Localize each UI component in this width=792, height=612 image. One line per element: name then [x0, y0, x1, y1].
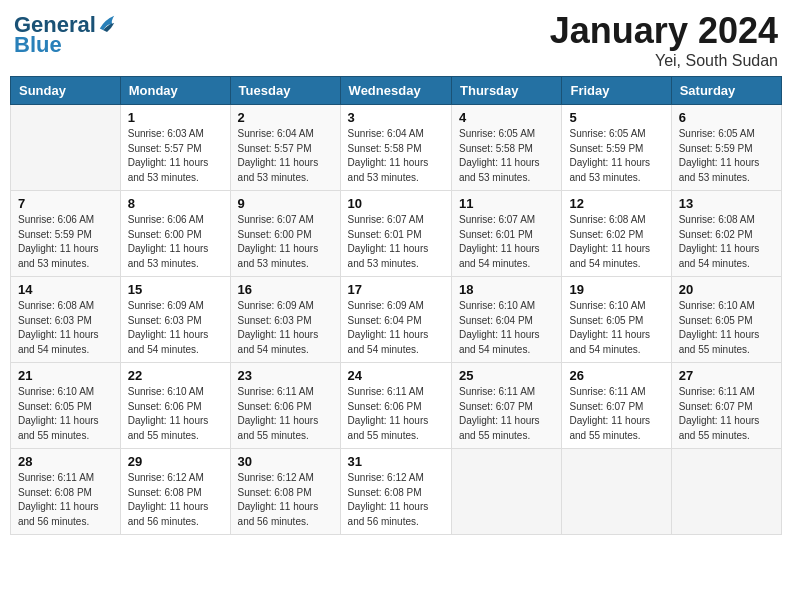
day-number: 29	[128, 454, 223, 469]
calendar-cell: 5Sunrise: 6:05 AM Sunset: 5:59 PM Daylig…	[562, 105, 671, 191]
calendar-cell: 28Sunrise: 6:11 AM Sunset: 6:08 PM Dayli…	[11, 449, 121, 535]
calendar-cell	[11, 105, 121, 191]
day-info: Sunrise: 6:08 AM Sunset: 6:02 PM Dayligh…	[679, 213, 774, 271]
calendar-cell: 30Sunrise: 6:12 AM Sunset: 6:08 PM Dayli…	[230, 449, 340, 535]
calendar-cell: 1Sunrise: 6:03 AM Sunset: 5:57 PM Daylig…	[120, 105, 230, 191]
weekday-header-sunday: Sunday	[11, 77, 121, 105]
calendar-cell	[562, 449, 671, 535]
day-info: Sunrise: 6:04 AM Sunset: 5:57 PM Dayligh…	[238, 127, 333, 185]
calendar-cell: 27Sunrise: 6:11 AM Sunset: 6:07 PM Dayli…	[671, 363, 781, 449]
day-number: 9	[238, 196, 333, 211]
calendar-cell: 10Sunrise: 6:07 AM Sunset: 6:01 PM Dayli…	[340, 191, 451, 277]
calendar-cell: 12Sunrise: 6:08 AM Sunset: 6:02 PM Dayli…	[562, 191, 671, 277]
day-info: Sunrise: 6:11 AM Sunset: 6:07 PM Dayligh…	[679, 385, 774, 443]
calendar-cell	[452, 449, 562, 535]
day-number: 28	[18, 454, 113, 469]
calendar-cell: 3Sunrise: 6:04 AM Sunset: 5:58 PM Daylig…	[340, 105, 451, 191]
weekday-header-tuesday: Tuesday	[230, 77, 340, 105]
calendar-cell: 9Sunrise: 6:07 AM Sunset: 6:00 PM Daylig…	[230, 191, 340, 277]
calendar-cell: 15Sunrise: 6:09 AM Sunset: 6:03 PM Dayli…	[120, 277, 230, 363]
day-number: 6	[679, 110, 774, 125]
logo-bird-icon	[98, 12, 116, 34]
calendar-cell: 7Sunrise: 6:06 AM Sunset: 5:59 PM Daylig…	[11, 191, 121, 277]
day-number: 10	[348, 196, 444, 211]
day-info: Sunrise: 6:12 AM Sunset: 6:08 PM Dayligh…	[128, 471, 223, 529]
day-info: Sunrise: 6:11 AM Sunset: 6:06 PM Dayligh…	[348, 385, 444, 443]
day-info: Sunrise: 6:08 AM Sunset: 6:02 PM Dayligh…	[569, 213, 663, 271]
calendar-cell: 16Sunrise: 6:09 AM Sunset: 6:03 PM Dayli…	[230, 277, 340, 363]
day-info: Sunrise: 6:04 AM Sunset: 5:58 PM Dayligh…	[348, 127, 444, 185]
day-number: 21	[18, 368, 113, 383]
weekday-header-saturday: Saturday	[671, 77, 781, 105]
calendar-cell: 13Sunrise: 6:08 AM Sunset: 6:02 PM Dayli…	[671, 191, 781, 277]
weekday-header-monday: Monday	[120, 77, 230, 105]
calendar-cell: 24Sunrise: 6:11 AM Sunset: 6:06 PM Dayli…	[340, 363, 451, 449]
day-number: 5	[569, 110, 663, 125]
day-number: 15	[128, 282, 223, 297]
day-info: Sunrise: 6:11 AM Sunset: 6:08 PM Dayligh…	[18, 471, 113, 529]
calendar-cell: 20Sunrise: 6:10 AM Sunset: 6:05 PM Dayli…	[671, 277, 781, 363]
calendar-cell: 4Sunrise: 6:05 AM Sunset: 5:58 PM Daylig…	[452, 105, 562, 191]
calendar-cell: 23Sunrise: 6:11 AM Sunset: 6:06 PM Dayli…	[230, 363, 340, 449]
calendar-cell: 8Sunrise: 6:06 AM Sunset: 6:00 PM Daylig…	[120, 191, 230, 277]
day-number: 30	[238, 454, 333, 469]
day-info: Sunrise: 6:11 AM Sunset: 6:07 PM Dayligh…	[569, 385, 663, 443]
day-number: 23	[238, 368, 333, 383]
day-info: Sunrise: 6:11 AM Sunset: 6:07 PM Dayligh…	[459, 385, 554, 443]
location-subtitle: Yei, South Sudan	[550, 52, 778, 70]
calendar-cell: 29Sunrise: 6:12 AM Sunset: 6:08 PM Dayli…	[120, 449, 230, 535]
week-row-4: 21Sunrise: 6:10 AM Sunset: 6:05 PM Dayli…	[11, 363, 782, 449]
weekday-header-friday: Friday	[562, 77, 671, 105]
day-number: 26	[569, 368, 663, 383]
day-info: Sunrise: 6:10 AM Sunset: 6:05 PM Dayligh…	[18, 385, 113, 443]
day-number: 11	[459, 196, 554, 211]
calendar-cell: 11Sunrise: 6:07 AM Sunset: 6:01 PM Dayli…	[452, 191, 562, 277]
calendar-cell: 26Sunrise: 6:11 AM Sunset: 6:07 PM Dayli…	[562, 363, 671, 449]
day-number: 25	[459, 368, 554, 383]
day-info: Sunrise: 6:09 AM Sunset: 6:03 PM Dayligh…	[128, 299, 223, 357]
day-info: Sunrise: 6:10 AM Sunset: 6:05 PM Dayligh…	[569, 299, 663, 357]
day-info: Sunrise: 6:09 AM Sunset: 6:03 PM Dayligh…	[238, 299, 333, 357]
day-info: Sunrise: 6:05 AM Sunset: 5:59 PM Dayligh…	[569, 127, 663, 185]
day-number: 31	[348, 454, 444, 469]
day-number: 24	[348, 368, 444, 383]
day-number: 3	[348, 110, 444, 125]
day-number: 17	[348, 282, 444, 297]
week-row-2: 7Sunrise: 6:06 AM Sunset: 5:59 PM Daylig…	[11, 191, 782, 277]
calendar-cell: 18Sunrise: 6:10 AM Sunset: 6:04 PM Dayli…	[452, 277, 562, 363]
day-info: Sunrise: 6:10 AM Sunset: 6:06 PM Dayligh…	[128, 385, 223, 443]
day-info: Sunrise: 6:10 AM Sunset: 6:05 PM Dayligh…	[679, 299, 774, 357]
calendar-cell: 2Sunrise: 6:04 AM Sunset: 5:57 PM Daylig…	[230, 105, 340, 191]
day-info: Sunrise: 6:12 AM Sunset: 6:08 PM Dayligh…	[238, 471, 333, 529]
calendar-cell: 19Sunrise: 6:10 AM Sunset: 6:05 PM Dayli…	[562, 277, 671, 363]
day-info: Sunrise: 6:10 AM Sunset: 6:04 PM Dayligh…	[459, 299, 554, 357]
page-header: General Blue January 2024 Yei, South Sud…	[10, 10, 782, 70]
week-row-1: 1Sunrise: 6:03 AM Sunset: 5:57 PM Daylig…	[11, 105, 782, 191]
calendar-cell: 22Sunrise: 6:10 AM Sunset: 6:06 PM Dayli…	[120, 363, 230, 449]
day-info: Sunrise: 6:11 AM Sunset: 6:06 PM Dayligh…	[238, 385, 333, 443]
title-block: January 2024 Yei, South Sudan	[550, 10, 778, 70]
calendar-cell: 6Sunrise: 6:05 AM Sunset: 5:59 PM Daylig…	[671, 105, 781, 191]
calendar-cell: 21Sunrise: 6:10 AM Sunset: 6:05 PM Dayli…	[11, 363, 121, 449]
day-info: Sunrise: 6:06 AM Sunset: 5:59 PM Dayligh…	[18, 213, 113, 271]
calendar-cell: 31Sunrise: 6:12 AM Sunset: 6:08 PM Dayli…	[340, 449, 451, 535]
day-number: 19	[569, 282, 663, 297]
day-info: Sunrise: 6:05 AM Sunset: 5:59 PM Dayligh…	[679, 127, 774, 185]
day-info: Sunrise: 6:07 AM Sunset: 6:00 PM Dayligh…	[238, 213, 333, 271]
day-number: 20	[679, 282, 774, 297]
day-info: Sunrise: 6:05 AM Sunset: 5:58 PM Dayligh…	[459, 127, 554, 185]
calendar-table: SundayMondayTuesdayWednesdayThursdayFrid…	[10, 76, 782, 535]
day-number: 18	[459, 282, 554, 297]
day-info: Sunrise: 6:08 AM Sunset: 6:03 PM Dayligh…	[18, 299, 113, 357]
day-number: 4	[459, 110, 554, 125]
day-number: 13	[679, 196, 774, 211]
day-number: 8	[128, 196, 223, 211]
day-number: 12	[569, 196, 663, 211]
day-number: 7	[18, 196, 113, 211]
day-number: 27	[679, 368, 774, 383]
calendar-cell: 14Sunrise: 6:08 AM Sunset: 6:03 PM Dayli…	[11, 277, 121, 363]
weekday-header-wednesday: Wednesday	[340, 77, 451, 105]
month-title: January 2024	[550, 10, 778, 52]
weekday-header-row: SundayMondayTuesdayWednesdayThursdayFrid…	[11, 77, 782, 105]
week-row-3: 14Sunrise: 6:08 AM Sunset: 6:03 PM Dayli…	[11, 277, 782, 363]
